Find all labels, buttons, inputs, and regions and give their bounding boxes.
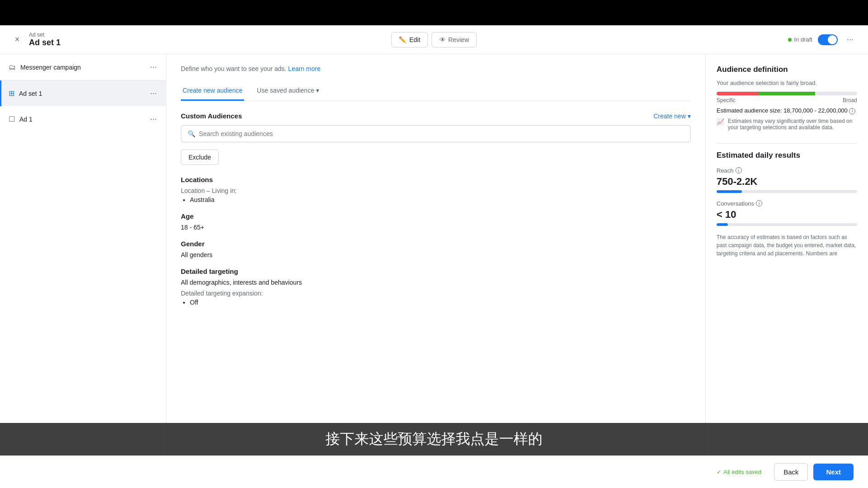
draft-label: In draft <box>794 36 812 43</box>
specific-label: Specific <box>717 97 736 103</box>
reach-label: Reach i <box>717 167 857 174</box>
locations-title: Locations <box>181 176 691 183</box>
adset-icon: ⊞ <box>9 89 14 98</box>
sidebar-item-ad[interactable]: ☐ Ad 1 ··· <box>0 106 166 132</box>
subtitle-bar: 接下来这些预算选择我点是一样的 <box>0 423 868 455</box>
header-center-actions: ✏️ Edit 👁 Review <box>391 32 476 47</box>
broad-fill <box>759 92 815 95</box>
conversations-label: Conversations i <box>717 200 857 207</box>
ad-icon: ☐ <box>9 115 15 123</box>
audience-definition-title: Audience definition <box>717 65 857 74</box>
daily-results-section: Estimated daily results Reach i 750-2.2K… <box>717 151 857 258</box>
subtitle-text: 接下来这些预算选择我点是一样的 <box>326 431 542 447</box>
custom-audiences-title: Custom Audiences <box>181 112 242 120</box>
audience-size-info-icon[interactable]: i <box>849 108 855 114</box>
detailed-targeting-title: Detailed targeting <box>181 267 691 275</box>
audience-size-text: Estimated audience size: 18,700,000 - 22… <box>717 107 857 114</box>
targeting-expansion-list: Off <box>181 299 691 306</box>
edit-label: Edit <box>409 36 420 43</box>
detailed-targeting-section: Detailed targeting All demographics, int… <box>181 267 691 306</box>
audience-meter: Specific Broad <box>717 92 857 103</box>
top-black-bar <box>0 0 868 25</box>
sidebar-item-adset[interactable]: ⊞ Ad set 1 ··· <box>0 80 166 106</box>
list-item: Off <box>190 299 691 306</box>
edit-button[interactable]: ✏️ Edit <box>391 32 428 47</box>
draft-status: In draft <box>788 36 812 43</box>
search-box: 🔍 <box>181 125 691 142</box>
reach-bar <box>717 190 857 193</box>
all-edits-saved: ✓ All edits saved <box>717 469 761 475</box>
age-section: Age 18 - 65+ <box>181 212 691 231</box>
gender-title: Gender <box>181 240 691 248</box>
reach-info-icon[interactable]: i <box>736 167 742 174</box>
audience-tabs: Create new audience Use saved audience ▾ <box>181 81 691 101</box>
ad-name: Ad 1 <box>19 116 33 123</box>
conversations-info-icon[interactable]: i <box>756 200 762 206</box>
header: × Ad set Ad set 1 ✏️ Edit 👁 Review In dr… <box>0 25 868 54</box>
tab-use-saved-audience[interactable]: Use saved audience ▾ <box>255 81 321 101</box>
conversations-fill <box>717 223 728 226</box>
adset-more-button[interactable]: ··· <box>148 87 159 100</box>
adset-name: Ad set 1 <box>19 90 42 97</box>
meter-labels: Specific Broad <box>717 97 857 103</box>
targeting-expansion-label: Detailed targeting expansion: <box>181 290 691 297</box>
tab-create-new-audience[interactable]: Create new audience <box>181 81 244 101</box>
close-button[interactable]: × <box>11 33 24 46</box>
checkmark-icon: ✓ <box>717 469 722 475</box>
locations-section: Locations Location – Living in: Australi… <box>181 176 691 203</box>
audience-note-text: Estimates may vary significantly over ti… <box>728 118 857 131</box>
conversations-value: < 10 <box>717 209 857 221</box>
search-input[interactable] <box>199 130 684 137</box>
specific-fill <box>717 92 759 95</box>
gender-section: Gender All genders <box>181 240 691 258</box>
header-more-button[interactable]: ··· <box>843 33 857 46</box>
campaign-icon: 🗂 <box>9 63 16 71</box>
exclude-button[interactable]: Exclude <box>181 150 219 165</box>
detailed-targeting-value: All demographics, interests and behaviou… <box>181 279 691 286</box>
review-button[interactable]: 👁 Review <box>432 32 477 47</box>
back-button[interactable]: Back <box>774 463 808 481</box>
review-label: Review <box>448 36 469 43</box>
broad-label: Broad <box>843 97 857 103</box>
reach-value: 750-2.2K <box>717 176 857 188</box>
chevron-down-icon: ▾ <box>316 87 319 94</box>
draft-toggle[interactable] <box>818 34 838 45</box>
saved-label: All edits saved <box>723 469 761 475</box>
audience-note: 📈 Estimates may vary significantly over … <box>717 118 857 131</box>
audience-definition-section: Audience definition Your audience select… <box>717 65 857 131</box>
create-new-button[interactable]: Create new ▾ <box>653 113 691 120</box>
sidebar-item-campaign[interactable]: 🗂 Messenger campaign ··· <box>0 54 166 80</box>
meter-bar <box>717 92 857 95</box>
search-icon: 🔍 <box>188 130 195 137</box>
location-list: Australia <box>181 196 691 203</box>
conversations-bar <box>717 223 857 226</box>
bottom-bar: ✓ All edits saved Back Next <box>0 455 868 488</box>
daily-results-note: The accuracy of estimates is based on fa… <box>717 233 857 258</box>
edit-icon: ✏️ <box>399 36 406 43</box>
header-title: Ad set 1 <box>29 38 61 47</box>
ad-more-button[interactable]: ··· <box>148 113 159 126</box>
learn-more-link[interactable]: Learn more <box>288 65 321 72</box>
age-value: 18 - 65+ <box>181 224 691 231</box>
create-new-label: Create new <box>653 113 686 120</box>
custom-audiences-header: Custom Audiences Create new ▾ <box>181 112 691 120</box>
divider <box>717 143 857 144</box>
audience-broad-text: Your audience selection is fairly broad. <box>717 80 857 86</box>
next-button[interactable]: Next <box>813 464 854 480</box>
chevron-down-icon: ▾ <box>688 113 691 120</box>
list-item: Australia <box>190 196 691 203</box>
campaign-name: Messenger campaign <box>20 64 81 71</box>
gender-value: All genders <box>181 251 691 258</box>
age-title: Age <box>181 212 691 220</box>
define-text: Define who you want to see your ads. Lea… <box>181 65 691 72</box>
draft-dot <box>788 38 792 42</box>
header-subtitle: Ad set <box>29 32 61 38</box>
header-right: In draft ··· <box>788 33 857 46</box>
reach-fill <box>717 190 742 193</box>
header-title-group: Ad set Ad set 1 <box>29 32 61 47</box>
eye-icon: 👁 <box>439 36 446 43</box>
trend-icon: 📈 <box>717 118 724 131</box>
campaign-more-button[interactable]: ··· <box>148 61 159 74</box>
daily-results-title: Estimated daily results <box>717 151 857 160</box>
location-label: Location – Living in: <box>181 187 691 194</box>
